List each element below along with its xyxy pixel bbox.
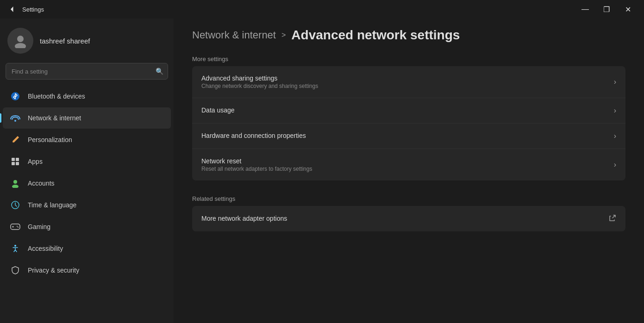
gaming-icon (10, 222, 20, 232)
network-icon (10, 113, 20, 123)
chevron-hardware-connection: › (614, 132, 616, 140)
sidebar-item-bluetooth[interactable]: Bluetooth & devices (3, 86, 171, 107)
minimize-button[interactable]: — (575, 2, 596, 17)
privacy-icon (10, 265, 20, 275)
section-label-more-settings: More settings (192, 56, 625, 62)
bluetooth-icon (10, 91, 20, 101)
row-sub-advanced-sharing: Change network discovery and sharing set… (201, 83, 318, 89)
sidebar-label-personalization: Personalization (28, 136, 72, 143)
sidebar-label-apps: Apps (28, 158, 43, 165)
row-hardware-connection[interactable]: Hardware and connection properties › (192, 124, 625, 149)
sidebar-nav: Bluetooth & devices Network & internet (0, 85, 174, 281)
personalization-icon (10, 135, 20, 145)
external-link-icon (609, 214, 616, 223)
chevron-advanced-sharing: › (614, 78, 616, 86)
username: tashreef shareef (40, 37, 90, 45)
row-network-reset[interactable]: Network reset Reset all network adapters… (192, 149, 625, 180)
breadcrumb: Network & internet > Advanced network se… (192, 28, 625, 43)
breadcrumb-parent[interactable]: Network & internet (192, 29, 276, 41)
sidebar-item-apps[interactable]: Apps (3, 151, 171, 172)
svg-point-12 (17, 226, 18, 227)
sidebar-label-accounts: Accounts (28, 180, 55, 187)
sidebar-item-privacy[interactable]: Privacy & security (3, 260, 171, 281)
more-settings-card: Advanced sharing settings Change network… (192, 66, 625, 180)
svg-point-9 (12, 185, 19, 188)
svg-rect-4 (12, 158, 15, 161)
svg-rect-7 (16, 162, 19, 165)
sidebar-item-time[interactable]: Time & language (3, 194, 171, 216)
row-title-data-usage: Data usage (201, 106, 235, 114)
chevron-network-reset: › (614, 161, 616, 169)
app-body: tashreef shareef 🔍 Bluetooth & devices (0, 19, 644, 323)
section-label-related-settings: Related settings (192, 195, 625, 202)
sidebar-item-accounts[interactable]: Accounts (3, 173, 171, 194)
avatar (7, 28, 33, 54)
sidebar-label-time: Time & language (28, 201, 76, 209)
row-data-usage[interactable]: Data usage › (192, 98, 625, 124)
row-more-adapter[interactable]: More network adapter options (192, 206, 625, 231)
window-controls: — ❐ ✕ (575, 2, 638, 17)
svg-point-14 (14, 245, 16, 247)
accessibility-icon (10, 243, 20, 254)
row-advanced-sharing[interactable]: Advanced sharing settings Change network… (192, 66, 625, 98)
time-icon (10, 200, 20, 210)
back-button[interactable] (6, 3, 19, 16)
svg-rect-5 (16, 158, 19, 161)
breadcrumb-arrow: > (281, 31, 286, 39)
chevron-data-usage: › (614, 106, 616, 115)
titlebar: Settings — ❐ ✕ (0, 0, 644, 19)
row-title-more-adapter: More network adapter options (201, 215, 287, 222)
apps-icon (10, 156, 20, 167)
row-title-advanced-sharing: Advanced sharing settings (201, 75, 318, 82)
content-area: Network & internet > Advanced network se… (174, 19, 644, 323)
sidebar-label-accessibility: Accessibility (28, 245, 63, 252)
svg-rect-6 (12, 162, 15, 165)
search-box: 🔍 (6, 63, 168, 80)
svg-point-1 (15, 43, 26, 48)
row-title-hardware-connection: Hardware and connection properties (201, 132, 306, 139)
related-settings-card: More network adapter options (192, 206, 625, 231)
sidebar-label-gaming: Gaming (28, 223, 50, 230)
sidebar-item-network[interactable]: Network & internet (3, 107, 171, 129)
sidebar-item-gaming[interactable]: Gaming (3, 216, 171, 237)
sidebar-item-accessibility[interactable]: Accessibility (3, 238, 171, 259)
sidebar-label-privacy: Privacy & security (28, 267, 79, 274)
svg-point-3 (14, 120, 16, 122)
sidebar-label-bluetooth: Bluetooth & devices (28, 93, 85, 100)
app-title: Settings (22, 6, 44, 13)
svg-point-13 (18, 227, 19, 228)
search-input[interactable] (6, 63, 168, 80)
maximize-button[interactable]: ❐ (596, 2, 617, 17)
accounts-icon (10, 178, 20, 188)
page-title: Advanced network settings (291, 28, 460, 43)
sidebar-label-network: Network & internet (28, 114, 81, 122)
close-button[interactable]: ✕ (617, 2, 638, 17)
svg-point-8 (13, 180, 17, 184)
user-section: tashreef shareef (0, 19, 174, 61)
row-title-network-reset: Network reset (201, 157, 312, 165)
svg-point-0 (17, 36, 24, 42)
sidebar: tashreef shareef 🔍 Bluetooth & devices (0, 19, 174, 323)
svg-rect-11 (11, 224, 20, 230)
row-sub-network-reset: Reset all network adapters to factory se… (201, 166, 312, 172)
sidebar-item-personalization[interactable]: Personalization (3, 129, 171, 150)
